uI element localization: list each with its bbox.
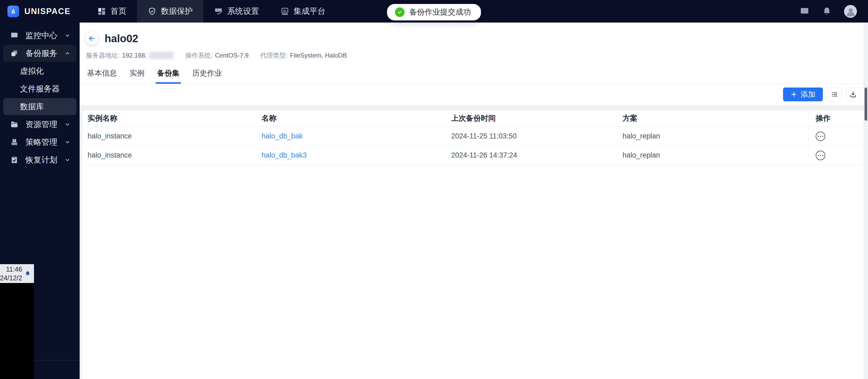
copy-stack-icon — [10, 49, 19, 58]
arrow-left-icon — [88, 35, 96, 42]
cell-last-backup-time: 2024-11-26 14:37:24 — [451, 146, 622, 165]
meta-label: 服务器地址: — [86, 51, 120, 60]
add-button[interactable]: 添加 — [783, 88, 823, 101]
scrollbar-thumb[interactable] — [865, 88, 867, 121]
sidebar-subitem-label: 数据库 — [20, 101, 44, 112]
cell-instance-name: halo_instance — [82, 146, 262, 165]
meta-value: 192.168. — [122, 52, 147, 59]
column-header-plan: 方案 — [622, 110, 808, 127]
cell-plan: halo_replan — [622, 146, 808, 165]
plus-icon — [790, 91, 797, 98]
list-icon — [831, 91, 838, 98]
tab-backup-sets[interactable]: 备份集 — [156, 68, 181, 83]
column-settings-button[interactable] — [828, 88, 841, 101]
meta-label: 操作系统: — [185, 51, 213, 60]
sidebar-item-label: 备份服务 — [26, 48, 64, 59]
brand-name: UNISPACE — [24, 7, 71, 16]
chevron-down-icon — [64, 121, 71, 128]
column-header-last-backup-time: 上次备份时间 — [451, 110, 622, 127]
nav-item-system-settings[interactable]: 系统设置 — [203, 0, 270, 23]
sidebar-subitem-database[interactable]: 数据库 — [3, 98, 76, 115]
redacted-ip-blur — [149, 52, 174, 59]
detail-header: halo02 服务器地址: 192.168. 操作系统: CentOS-7.9 … — [80, 23, 868, 84]
system-tray-clock[interactable]: 11:46 24/12/2 — [0, 264, 34, 283]
meta-value: CentOS-7.9 — [215, 52, 249, 59]
sidebar-item-label: 监控中心 — [26, 30, 64, 41]
row-actions-button[interactable] — [816, 151, 825, 160]
platform-chart-icon — [280, 7, 289, 16]
clock-time: 11:46 — [6, 266, 22, 273]
notification-bell-icon — [25, 270, 31, 277]
nav-item-label: 集成平台 — [293, 6, 326, 17]
meta-agent-type: 代理类型: FileSystem, HaloDB — [260, 51, 347, 60]
backup-sets-table: 实例名称 名称 上次备份时间 方案 操作 halo_instance halo_… — [82, 110, 865, 379]
meta-server-address: 服务器地址: 192.168. — [86, 51, 174, 60]
back-button[interactable] — [86, 32, 98, 45]
brand-logo[interactable]: UNISPACE — [0, 0, 80, 23]
toast-message: 备份作业提交成功 — [409, 7, 471, 18]
sidebar-subitem-file-server[interactable]: 文件服务器 — [3, 80, 76, 97]
user-avatar[interactable] — [844, 5, 857, 18]
nav-item-home[interactable]: 首页 — [87, 0, 137, 23]
table-row: halo_instance halo_db_bak 2024-11-25 11:… — [82, 127, 865, 146]
monitor-gear-icon — [214, 7, 223, 16]
nav-item-label: 数据保护 — [161, 6, 193, 17]
nav-item-integration-platform[interactable]: 集成平台 — [270, 0, 336, 23]
detail-tabs: 基本信息 实例 备份集 历史作业 — [80, 60, 868, 84]
nav-item-label: 首页 — [111, 6, 126, 17]
chevron-up-icon — [64, 50, 71, 57]
folder-icon — [10, 120, 19, 129]
sidebar-subitem-label: 文件服务器 — [20, 83, 60, 95]
sidebar-item-backup-service[interactable]: 备份服务 — [3, 45, 76, 62]
title-row: halo02 — [80, 32, 868, 45]
chevron-down-icon — [64, 139, 71, 145]
ellipsis-icon — [820, 136, 821, 137]
sidebar-item-resource-management[interactable]: 资源管理 — [3, 116, 76, 133]
sidebar-item-monitoring-center[interactable]: 监控中心 — [3, 27, 76, 44]
table-row: halo_instance halo_db_bak3 2024-11-26 14… — [82, 146, 865, 165]
topbar-right — [800, 0, 868, 23]
success-check-icon — [395, 7, 405, 17]
brand-logo-icon — [7, 6, 19, 17]
policy-box-icon — [10, 138, 19, 146]
sidebar-item-recovery-plan[interactable]: 恢复计划 — [3, 151, 76, 168]
sidebar-item-policy-management[interactable]: 策略管理 — [3, 134, 76, 151]
dashboard-icon — [97, 7, 106, 16]
backup-set-link[interactable]: halo_db_bak — [262, 132, 303, 140]
screen-share-icon — [10, 31, 19, 40]
page-title: halo02 — [104, 33, 138, 44]
sidebar-subitem-label: 虚拟化 — [20, 66, 44, 77]
table-toolbar: 添加 — [80, 84, 868, 105]
meta-operating-system: 操作系统: CentOS-7.9 — [185, 51, 248, 60]
backup-set-link[interactable]: halo_db_bak3 — [262, 151, 307, 160]
bell-icon[interactable] — [822, 6, 832, 16]
sidebar-item-label: 资源管理 — [26, 119, 64, 130]
screencast-icon[interactable] — [800, 6, 810, 16]
ellipsis-icon — [818, 136, 819, 137]
meta-value: FileSystem, HaloDB — [290, 52, 347, 59]
ellipsis-icon — [822, 136, 823, 137]
cell-plan: halo_replan — [622, 127, 808, 146]
shield-check-icon — [148, 7, 157, 16]
clock-text: 11:46 24/12/2 — [0, 265, 22, 282]
clipboard-check-icon — [10, 156, 19, 164]
meta-label: 代理类型: — [260, 51, 288, 60]
tab-history-jobs[interactable]: 历史作业 — [191, 68, 223, 83]
row-actions-button[interactable] — [816, 132, 825, 141]
clock-date: 24/12/2 — [0, 274, 22, 282]
ellipsis-icon — [818, 155, 819, 156]
chevron-down-icon — [64, 157, 71, 163]
tab-instances[interactable]: 实例 — [128, 68, 146, 83]
tab-basic-info[interactable]: 基本信息 — [86, 68, 118, 83]
sidebar-subitem-virtualization[interactable]: 虚拟化 — [3, 63, 76, 79]
column-header-name: 名称 — [262, 110, 451, 127]
download-icon — [849, 91, 857, 98]
table-header-row: 实例名称 名称 上次备份时间 方案 操作 — [82, 110, 865, 127]
sidebar-item-label: 策略管理 — [26, 137, 64, 148]
ellipsis-icon — [820, 155, 821, 156]
scrollbar-track[interactable] — [864, 23, 868, 379]
nav-item-data-protection[interactable]: 数据保护 — [137, 0, 203, 23]
person-icon — [845, 6, 857, 18]
nav-item-label: 系统设置 — [227, 6, 259, 17]
export-button[interactable] — [846, 88, 860, 101]
